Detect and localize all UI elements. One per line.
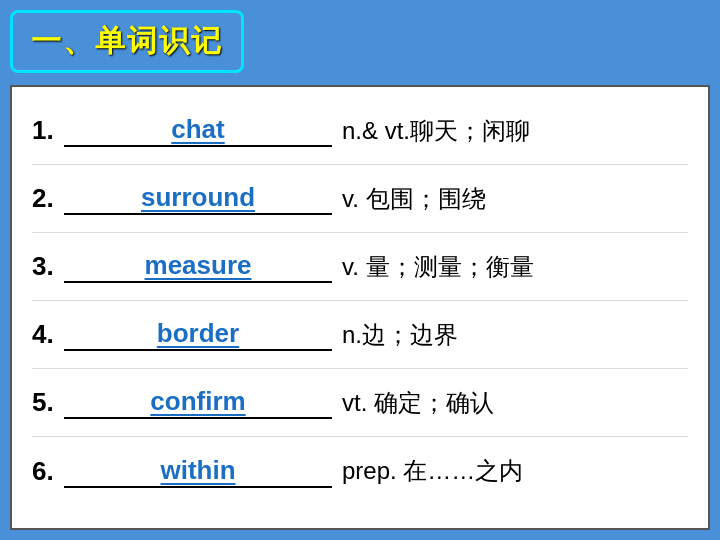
table-row: 5.confirmvt. 确定；确认 [32,369,688,437]
vocab-word: measure [64,250,332,283]
vocab-definition: v. 量；测量；衡量 [332,251,688,283]
table-row: 1.chatn.& vt.聊天；闲聊 [32,97,688,165]
vocab-definition: vt. 确定；确认 [332,387,688,419]
vocab-left: 1.chat [32,114,332,147]
vocab-number: 5. [32,387,60,418]
table-row: 3.measurev. 量；测量；衡量 [32,233,688,301]
vocab-number: 3. [32,251,60,282]
vocab-word: within [64,455,332,488]
vocab-number: 4. [32,319,60,350]
title-box: 一、单词识记 [10,10,244,73]
vocab-definition: n.边；边界 [332,319,688,351]
vocab-number: 2. [32,183,60,214]
table-row: 2.surroundv. 包围；围绕 [32,165,688,233]
vocab-word: border [64,318,332,351]
vocab-word: chat [64,114,332,147]
vocab-word: surround [64,182,332,215]
vocab-word: confirm [64,386,332,419]
vocab-left: 3.measure [32,250,332,283]
vocab-number: 1. [32,115,60,146]
vocab-left: 5.confirm [32,386,332,419]
vocab-number: 6. [32,456,60,487]
vocab-definition: prep. 在……之内 [332,455,688,487]
vocab-list-box: 1.chatn.& vt.聊天；闲聊2.surroundv. 包围；围绕3.me… [10,85,710,530]
vocab-definition: v. 包围；围绕 [332,183,688,215]
table-row: 6.withinprep. 在……之内 [32,437,688,505]
vocab-left: 2.surround [32,182,332,215]
vocab-left: 4.border [32,318,332,351]
vocab-left: 6.within [32,455,332,488]
table-row: 4.bordern.边；边界 [32,301,688,369]
page-title: 一、单词识记 [31,24,223,57]
vocab-definition: n.& vt.聊天；闲聊 [332,115,688,147]
